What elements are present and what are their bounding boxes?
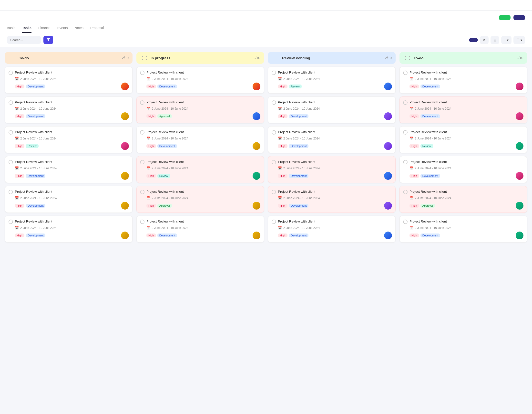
task-card[interactable]: Project Review with client 📅 2 June 2024… <box>5 67 133 94</box>
task-checkbox[interactable] <box>272 71 276 75</box>
task-badges: HighDevelopment <box>278 174 308 178</box>
task-checkbox[interactable] <box>9 220 13 224</box>
task-card[interactable]: Project Review with client 📅 2 June 2024… <box>399 126 527 153</box>
task-card[interactable]: Project Review with client 📅 2 June 2024… <box>5 96 133 123</box>
task-checkbox[interactable] <box>140 130 144 135</box>
task-card[interactable]: Project Review with client 📅 2 June 2024… <box>136 126 264 153</box>
avatar <box>253 232 260 239</box>
avatar <box>384 202 392 210</box>
task-date: 2 June 2024 - 10 June 2024 <box>283 226 320 230</box>
task-card[interactable]: Project Review with client 📅 2 June 2024… <box>399 216 527 243</box>
task-checkbox[interactable] <box>403 190 408 194</box>
avatar <box>121 112 129 120</box>
task-checkbox[interactable] <box>9 130 13 135</box>
task-checkbox[interactable] <box>403 220 408 224</box>
task-card[interactable]: Project Review with client 📅 2 June 2024… <box>399 96 527 123</box>
tabs: Basic Tasks Finance Events Notes Proposa… <box>7 24 525 33</box>
task-checkbox[interactable] <box>403 100 408 105</box>
tab-basic[interactable]: Basic <box>7 24 15 33</box>
tab-finance[interactable]: Finance <box>38 24 51 33</box>
task-title: Project Review with client <box>146 219 184 224</box>
badge-high: High <box>146 234 156 237</box>
task-date-row: 📅 2 June 2024 - 10 June 2024 <box>9 107 129 110</box>
avatar <box>121 83 129 90</box>
avatar <box>253 83 260 90</box>
task-title-row: Project Review with client <box>272 190 392 194</box>
filter-button[interactable] <box>43 36 53 44</box>
tab-tasks[interactable]: Tasks <box>22 24 31 33</box>
task-title: Project Review with client <box>146 130 184 135</box>
avatar <box>516 112 523 120</box>
task-card[interactable]: Project Review with client 📅 2 June 2024… <box>399 186 527 213</box>
avatar <box>253 202 260 210</box>
tab-proposal[interactable]: Proposal <box>90 24 104 33</box>
task-checkbox[interactable] <box>9 190 13 194</box>
task-date: 2 June 2024 - 10 June 2024 <box>20 77 57 81</box>
task-card[interactable]: Project Review with client 📅 2 June 2024… <box>5 186 133 213</box>
create-toolbar-button[interactable] <box>469 38 478 42</box>
task-checkbox[interactable] <box>272 220 276 224</box>
task-card[interactable]: Project Review with client 📅 2 June 2024… <box>136 216 264 243</box>
task-checkbox[interactable] <box>403 71 408 75</box>
task-title: Project Review with client <box>146 190 184 194</box>
task-card[interactable]: Project Review with client 📅 2 June 2024… <box>268 186 396 213</box>
task-checkbox[interactable] <box>272 130 276 135</box>
col-count: 2/10 <box>385 56 392 60</box>
task-checkbox[interactable] <box>9 100 13 105</box>
task-checkbox[interactable] <box>140 100 144 105</box>
task-card[interactable]: Project Review with client 📅 2 June 2024… <box>268 67 396 94</box>
board-view-button[interactable]: ⊞ <box>491 36 499 44</box>
calendar-icon: 📅 <box>409 196 413 200</box>
col-title-wrap: ⋮⋮ Review Pending <box>272 55 310 61</box>
avatar <box>121 172 129 180</box>
task-checkbox[interactable] <box>140 71 144 75</box>
task-card[interactable]: Project Review with client 📅 2 June 2024… <box>268 216 396 243</box>
task-card[interactable]: Project Review with client 📅 2 June 2024… <box>268 96 396 123</box>
task-checkbox[interactable] <box>140 220 144 224</box>
task-card[interactable]: Project Review with client 📅 2 June 2024… <box>268 126 396 153</box>
list-view-button[interactable]: ☰ ▾ <box>513 36 525 44</box>
task-card[interactable]: Project Review with client 📅 2 June 2024… <box>399 67 527 94</box>
create-main-button[interactable] <box>513 15 525 20</box>
task-checkbox[interactable] <box>272 160 276 164</box>
tab-notes[interactable]: Notes <box>75 24 84 33</box>
col-title: In progress <box>151 56 171 60</box>
task-card[interactable]: Project Review with client 📅 2 June 2024… <box>5 156 133 183</box>
task-title-row: Project Review with client <box>140 100 260 105</box>
badge-review: Review <box>289 85 302 88</box>
search-input[interactable] <box>7 36 41 44</box>
download-button[interactable]: ↓ ▾ <box>501 36 512 44</box>
task-checkbox[interactable] <box>272 100 276 105</box>
task-checkbox[interactable] <box>403 130 408 135</box>
badge-high: High <box>146 114 156 118</box>
task-card[interactable]: Project Review with client 📅 2 June 2024… <box>399 156 527 183</box>
task-checkbox[interactable] <box>9 71 13 75</box>
tab-events[interactable]: Events <box>57 24 68 33</box>
task-card[interactable]: Project Review with client 📅 2 June 2024… <box>5 126 133 153</box>
calendar-icon: 📅 <box>146 107 150 110</box>
task-checkbox[interactable] <box>403 160 408 164</box>
task-date: 2 June 2024 - 10 June 2024 <box>152 167 188 170</box>
refresh-button[interactable]: ↺ <box>480 36 489 44</box>
task-footer: HighDevelopment <box>9 112 129 120</box>
task-card[interactable]: Project Review with client 📅 2 June 2024… <box>136 67 264 94</box>
task-footer: HighDevelopment <box>272 172 392 180</box>
col-count: 2/10 <box>517 56 523 60</box>
task-checkbox[interactable] <box>272 190 276 194</box>
task-checkbox[interactable] <box>140 160 144 164</box>
badge-high: High <box>278 85 287 88</box>
task-card[interactable]: Project Review with client 📅 2 June 2024… <box>136 96 264 123</box>
complete-button[interactable] <box>499 15 511 20</box>
task-checkbox[interactable] <box>140 190 144 194</box>
task-title-row: Project Review with client <box>272 70 392 75</box>
badge-development: Development <box>289 174 309 178</box>
task-date: 2 June 2024 - 10 June 2024 <box>283 196 320 200</box>
calendar-icon: 📅 <box>278 107 282 110</box>
task-card[interactable]: Project Review with client 📅 2 June 2024… <box>136 156 264 183</box>
task-checkbox[interactable] <box>9 160 13 164</box>
task-card[interactable]: Project Review with client 📅 2 June 2024… <box>5 216 133 243</box>
task-badges: HighDevelopment <box>146 144 177 148</box>
badge-development: Development <box>26 174 46 178</box>
task-card[interactable]: Project Review with client 📅 2 June 2024… <box>136 186 264 213</box>
task-card[interactable]: Project Review with client 📅 2 June 2024… <box>268 156 396 183</box>
